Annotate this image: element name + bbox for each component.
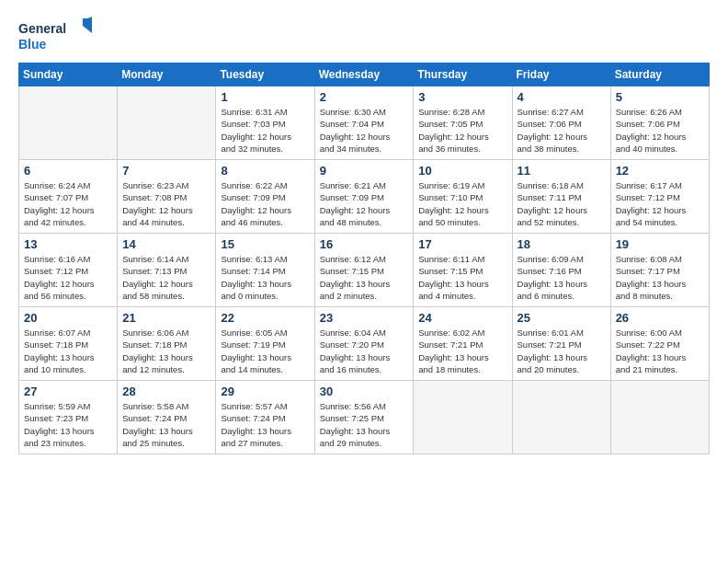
- day-info: Sunrise: 6:31 AM Sunset: 7:03 PM Dayligh…: [221, 106, 309, 155]
- day-number: 4: [518, 90, 606, 104]
- svg-text:Blue: Blue: [18, 37, 47, 52]
- day-info: Sunrise: 6:08 AM Sunset: 7:17 PM Dayligh…: [616, 253, 704, 302]
- calendar-cell: 23Sunrise: 6:04 AM Sunset: 7:20 PM Dayli…: [314, 307, 414, 381]
- calendar-cell: [414, 381, 512, 454]
- day-number: 6: [24, 164, 112, 178]
- day-info: Sunrise: 6:00 AM Sunset: 7:22 PM Dayligh…: [616, 327, 704, 375]
- day-number: 20: [24, 311, 112, 325]
- calendar-cell: 30Sunrise: 5:56 AM Sunset: 7:25 PM Dayli…: [314, 381, 414, 454]
- day-info: Sunrise: 6:17 AM Sunset: 7:12 PM Dayligh…: [616, 179, 704, 228]
- day-number: 27: [24, 385, 112, 398]
- day-info: Sunrise: 6:12 AM Sunset: 7:15 PM Dayligh…: [320, 253, 409, 302]
- day-info: Sunrise: 6:06 AM Sunset: 7:18 PM Dayligh…: [122, 327, 210, 375]
- calendar-cell: [610, 381, 709, 454]
- calendar-cell: 25Sunrise: 6:01 AM Sunset: 7:21 PM Dayli…: [512, 307, 610, 381]
- calendar-cell: 4Sunrise: 6:27 AM Sunset: 7:06 PM Daylig…: [512, 86, 610, 160]
- calendar-cell: 8Sunrise: 6:22 AM Sunset: 7:09 PM Daylig…: [216, 160, 314, 234]
- day-number: 28: [122, 385, 210, 398]
- calendar-cell: 19Sunrise: 6:08 AM Sunset: 7:17 PM Dayli…: [610, 234, 709, 307]
- day-info: Sunrise: 5:59 AM Sunset: 7:23 PM Dayligh…: [24, 400, 112, 449]
- day-number: 23: [320, 311, 409, 325]
- calendar-cell: 26Sunrise: 6:00 AM Sunset: 7:22 PM Dayli…: [610, 307, 709, 381]
- day-info: Sunrise: 5:58 AM Sunset: 7:24 PM Dayligh…: [122, 400, 210, 449]
- day-info: Sunrise: 6:09 AM Sunset: 7:16 PM Dayligh…: [518, 253, 606, 302]
- calendar-cell: 16Sunrise: 6:12 AM Sunset: 7:15 PM Dayli…: [314, 234, 414, 307]
- weekday-header: Thursday: [414, 63, 512, 86]
- day-info: Sunrise: 6:24 AM Sunset: 7:07 PM Dayligh…: [24, 179, 112, 228]
- calendar-cell: 6Sunrise: 6:24 AM Sunset: 7:07 PM Daylig…: [19, 160, 118, 234]
- day-number: 29: [221, 385, 309, 398]
- day-number: 22: [221, 311, 309, 325]
- day-info: Sunrise: 6:27 AM Sunset: 7:06 PM Dayligh…: [518, 106, 606, 155]
- logo: General Blue: [18, 17, 92, 55]
- calendar-week: 20Sunrise: 6:07 AM Sunset: 7:18 PM Dayli…: [19, 307, 710, 381]
- calendar-cell: 13Sunrise: 6:16 AM Sunset: 7:12 PM Dayli…: [19, 234, 118, 307]
- day-number: 19: [616, 237, 704, 251]
- calendar: SundayMondayTuesdayWednesdayThursdayFrid…: [18, 63, 710, 454]
- day-number: 30: [320, 385, 409, 398]
- calendar-cell: 29Sunrise: 5:57 AM Sunset: 7:24 PM Dayli…: [216, 381, 314, 454]
- weekday-header: Friday: [512, 63, 610, 86]
- day-info: Sunrise: 6:16 AM Sunset: 7:12 PM Dayligh…: [24, 253, 112, 302]
- calendar-cell: [512, 381, 610, 454]
- day-info: Sunrise: 6:01 AM Sunset: 7:21 PM Dayligh…: [518, 327, 606, 375]
- day-info: Sunrise: 6:23 AM Sunset: 7:08 PM Dayligh…: [122, 179, 210, 228]
- day-info: Sunrise: 6:11 AM Sunset: 7:15 PM Dayligh…: [418, 253, 506, 302]
- day-number: 26: [616, 311, 704, 325]
- svg-marker-1: [83, 18, 92, 33]
- calendar-cell: 20Sunrise: 6:07 AM Sunset: 7:18 PM Dayli…: [19, 307, 118, 381]
- calendar-body: 1Sunrise: 6:31 AM Sunset: 7:03 PM Daylig…: [19, 86, 710, 454]
- calendar-header: SundayMondayTuesdayWednesdayThursdayFrid…: [19, 63, 710, 86]
- calendar-cell: 12Sunrise: 6:17 AM Sunset: 7:12 PM Dayli…: [610, 160, 709, 234]
- day-info: Sunrise: 6:22 AM Sunset: 7:09 PM Dayligh…: [221, 179, 309, 228]
- calendar-week: 13Sunrise: 6:16 AM Sunset: 7:12 PM Dayli…: [19, 234, 710, 307]
- calendar-cell: 2Sunrise: 6:30 AM Sunset: 7:04 PM Daylig…: [314, 86, 414, 160]
- calendar-week: 1Sunrise: 6:31 AM Sunset: 7:03 PM Daylig…: [19, 86, 710, 160]
- calendar-cell: 11Sunrise: 6:18 AM Sunset: 7:11 PM Dayli…: [512, 160, 610, 234]
- day-number: 7: [122, 164, 210, 178]
- day-number: 8: [221, 164, 309, 178]
- day-info: Sunrise: 5:57 AM Sunset: 7:24 PM Dayligh…: [221, 400, 309, 449]
- day-info: Sunrise: 6:13 AM Sunset: 7:14 PM Dayligh…: [221, 253, 309, 302]
- calendar-cell: 3Sunrise: 6:28 AM Sunset: 7:05 PM Daylig…: [414, 86, 512, 160]
- weekday-header: Wednesday: [314, 63, 414, 86]
- calendar-week: 27Sunrise: 5:59 AM Sunset: 7:23 PM Dayli…: [19, 381, 710, 454]
- weekday-header: Saturday: [610, 63, 709, 86]
- svg-text:General: General: [18, 21, 66, 36]
- weekday-header: Monday: [118, 63, 216, 86]
- header: General Blue: [18, 17, 710, 55]
- day-number: 5: [616, 90, 704, 104]
- page: General Blue SundayMondayTuesdayWednesda…: [0, 0, 728, 563]
- calendar-cell: [19, 86, 118, 160]
- weekday-header: Sunday: [19, 63, 118, 86]
- logo-svg: General Blue: [18, 17, 92, 55]
- calendar-cell: 21Sunrise: 6:06 AM Sunset: 7:18 PM Dayli…: [118, 307, 216, 381]
- day-number: 9: [320, 164, 409, 178]
- calendar-cell: 14Sunrise: 6:14 AM Sunset: 7:13 PM Dayli…: [118, 234, 216, 307]
- calendar-cell: 15Sunrise: 6:13 AM Sunset: 7:14 PM Dayli…: [216, 234, 314, 307]
- calendar-cell: 17Sunrise: 6:11 AM Sunset: 7:15 PM Dayli…: [414, 234, 512, 307]
- calendar-cell: 1Sunrise: 6:31 AM Sunset: 7:03 PM Daylig…: [216, 86, 314, 160]
- day-info: Sunrise: 6:07 AM Sunset: 7:18 PM Dayligh…: [24, 327, 112, 375]
- day-number: 24: [418, 311, 506, 325]
- day-info: Sunrise: 6:21 AM Sunset: 7:09 PM Dayligh…: [320, 179, 409, 228]
- calendar-cell: [118, 86, 216, 160]
- calendar-cell: 5Sunrise: 6:26 AM Sunset: 7:06 PM Daylig…: [610, 86, 709, 160]
- calendar-cell: 22Sunrise: 6:05 AM Sunset: 7:19 PM Dayli…: [216, 307, 314, 381]
- day-number: 14: [122, 237, 210, 251]
- day-number: 1: [221, 90, 309, 104]
- calendar-cell: 10Sunrise: 6:19 AM Sunset: 7:10 PM Dayli…: [414, 160, 512, 234]
- day-info: Sunrise: 6:30 AM Sunset: 7:04 PM Dayligh…: [320, 106, 409, 155]
- day-number: 21: [122, 311, 210, 325]
- day-number: 2: [320, 90, 409, 104]
- day-number: 10: [418, 164, 506, 178]
- day-info: Sunrise: 6:05 AM Sunset: 7:19 PM Dayligh…: [221, 327, 309, 375]
- day-info: Sunrise: 6:19 AM Sunset: 7:10 PM Dayligh…: [418, 179, 506, 228]
- day-info: Sunrise: 6:18 AM Sunset: 7:11 PM Dayligh…: [518, 179, 606, 228]
- day-info: Sunrise: 6:04 AM Sunset: 7:20 PM Dayligh…: [320, 327, 409, 375]
- day-number: 17: [418, 237, 506, 251]
- calendar-cell: 24Sunrise: 6:02 AM Sunset: 7:21 PM Dayli…: [414, 307, 512, 381]
- calendar-cell: 9Sunrise: 6:21 AM Sunset: 7:09 PM Daylig…: [314, 160, 414, 234]
- day-info: Sunrise: 6:14 AM Sunset: 7:13 PM Dayligh…: [122, 253, 210, 302]
- day-number: 3: [418, 90, 506, 104]
